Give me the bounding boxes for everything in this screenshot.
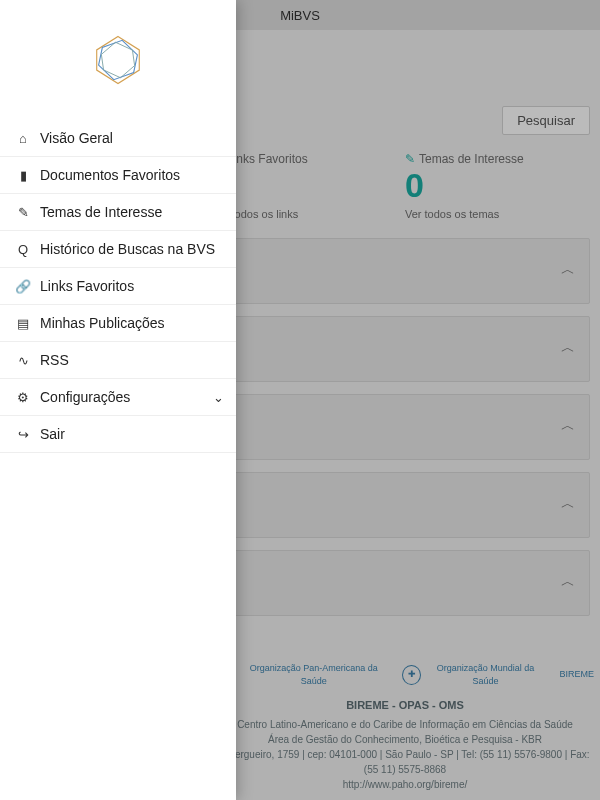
sidebar-item-label: Temas de Interesse — [40, 204, 162, 220]
document-icon: ▮ — [12, 168, 34, 183]
sidebar-item-sair[interactable]: ↪Sair — [0, 416, 236, 453]
sidebar-item-visao-geral[interactable]: ⌂Visão Geral — [0, 120, 236, 157]
sidebar-item-historico-buscas[interactable]: QHistórico de Buscas na BVS — [0, 231, 236, 268]
sidebar-item-label: Configurações — [40, 389, 130, 405]
sidebar-item-temas-interesse[interactable]: ✎Temas de Interesse — [0, 194, 236, 231]
sidebar-item-links-favoritos[interactable]: 🔗Links Favoritos — [0, 268, 236, 305]
sidebar-item-label: Minhas Publicações — [40, 315, 165, 331]
sidebar-item-rss[interactable]: ∿RSS — [0, 342, 236, 379]
sidebar-drawer: ⌂Visão Geral ▮Documentos Favoritos ✎Tema… — [0, 0, 236, 800]
app-logo — [0, 0, 236, 120]
home-icon: ⌂ — [12, 131, 34, 146]
sidebar-item-label: RSS — [40, 352, 69, 368]
sidebar-item-label: Visão Geral — [40, 130, 113, 146]
chevron-down-icon: ⌄ — [213, 390, 224, 405]
sidebar-item-label: Sair — [40, 426, 65, 442]
sidebar-item-configuracoes[interactable]: ⚙Configurações⌄ — [0, 379, 236, 416]
link-icon: 🔗 — [12, 279, 34, 294]
search-icon: Q — [12, 242, 34, 257]
sidebar-item-minhas-publicacoes[interactable]: ▤Minhas Publicações — [0, 305, 236, 342]
rss-icon: ∿ — [12, 353, 34, 368]
sidebar-item-label: Links Favoritos — [40, 278, 134, 294]
sidebar-item-documentos-favoritos[interactable]: ▮Documentos Favoritos — [0, 157, 236, 194]
book-icon: ▤ — [12, 316, 34, 331]
tag-icon: ✎ — [12, 205, 34, 220]
gear-icon: ⚙ — [12, 390, 34, 405]
logout-icon: ↪ — [12, 427, 34, 442]
sidebar-item-label: Histórico de Buscas na BVS — [40, 241, 215, 257]
sidebar-item-label: Documentos Favoritos — [40, 167, 180, 183]
